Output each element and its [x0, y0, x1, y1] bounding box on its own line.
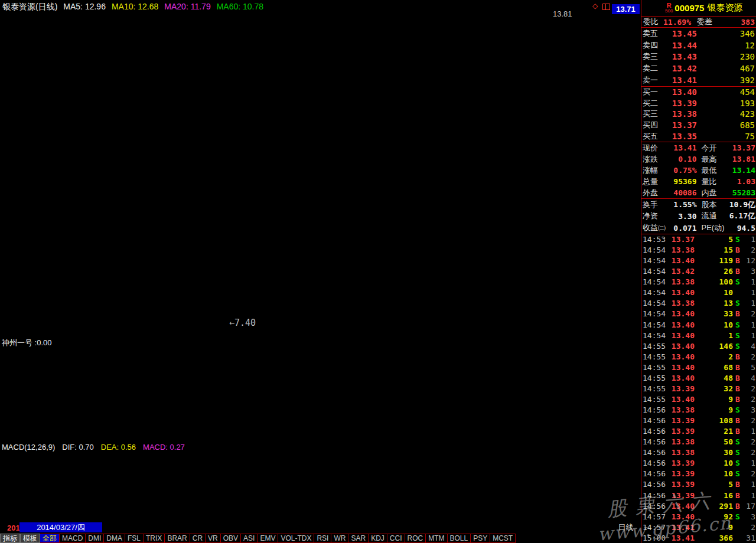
- weibi-value: 11.69%: [663, 18, 691, 27]
- tick-volume: 92: [695, 512, 733, 521]
- stat-value: 95369: [658, 177, 697, 186]
- bid-level-row[interactable]: 买五13.3575: [641, 130, 756, 142]
- tab-brar[interactable]: BRAR: [165, 534, 190, 543]
- tab-mcst[interactable]: MCST: [490, 534, 516, 543]
- tick-count: 5: [742, 363, 755, 372]
- tick-flag: B: [733, 427, 742, 436]
- tick-time: 14:54: [643, 267, 666, 276]
- tab-cci[interactable]: CCI: [387, 534, 405, 543]
- tick-price: 13.40: [666, 256, 695, 265]
- stat-label: 总量: [643, 176, 658, 187]
- tab-dma[interactable]: DMA: [104, 534, 125, 543]
- tab-vr[interactable]: VR: [206, 534, 221, 543]
- tick-price: 13.42: [666, 267, 695, 276]
- tick-time: 14:56: [643, 416, 666, 425]
- tick-price: 13.41: [666, 534, 695, 542]
- stat-row: 换手1.55%股本10.9亿: [641, 199, 756, 210]
- period-selector[interactable]: 日线: [612, 522, 640, 532]
- tick-time: 14:55: [643, 363, 666, 372]
- weibi-label: 委比: [643, 17, 659, 27]
- tick-volume: 5: [695, 480, 733, 489]
- tick-time: 14:56: [643, 448, 666, 457]
- tick-count: 1: [742, 480, 755, 489]
- tab-cr[interactable]: CR: [190, 534, 206, 543]
- stat-label: 流通: [702, 211, 717, 221]
- tab-wr[interactable]: WR: [331, 534, 348, 543]
- tick-volume: 100: [695, 277, 733, 286]
- tick-flag: B: [733, 491, 742, 500]
- tab-trix[interactable]: TRIX: [144, 534, 165, 543]
- chart-canvas[interactable]: [0, 0, 641, 543]
- tick-volume: 33: [695, 309, 733, 318]
- tab-psy[interactable]: PSY: [471, 534, 490, 543]
- ask-level-row[interactable]: 卖二13.42467: [641, 63, 756, 74]
- tick-flag: B: [733, 395, 742, 404]
- tick-row: 14:5613.389S3: [641, 405, 756, 415]
- tick-price: 13.38: [666, 277, 695, 286]
- tab-all[interactable]: 全部: [40, 534, 60, 543]
- stat-value: 94.5: [725, 224, 756, 233]
- tick-count: 1: [742, 299, 755, 308]
- tab-obv[interactable]: OBV: [221, 534, 241, 543]
- tick-count: 31: [742, 534, 755, 542]
- tab-mtm[interactable]: MTM: [426, 534, 447, 543]
- ask-level-row[interactable]: 卖一13.41392: [641, 75, 756, 86]
- tick-count: 1: [742, 320, 755, 329]
- tick-price: 13.39: [666, 459, 695, 467]
- tick-flag: S: [733, 512, 742, 521]
- tab-indicator[interactable]: 指标: [0, 534, 20, 543]
- tick-flag: B: [733, 416, 742, 425]
- stat-row: 总量95369量比1.03: [641, 176, 756, 187]
- level-volume: 346: [697, 29, 755, 38]
- level-label: 卖四: [643, 40, 660, 51]
- diamond-icon[interactable]: ◇: [592, 2, 598, 10]
- stat-label: 量比: [702, 176, 717, 187]
- bid-level-row[interactable]: 买一13.40454: [641, 87, 756, 98]
- ask-level-row[interactable]: 卖三13.43230: [641, 51, 756, 63]
- tick-volume: 10: [695, 469, 733, 478]
- tab-template[interactable]: 模板: [20, 534, 40, 543]
- tick-time: 14:56: [643, 405, 666, 414]
- tick-row: 14:5513.409B2: [641, 394, 756, 404]
- tick-volume: 15: [695, 246, 733, 254]
- bid-level-row[interactable]: 买二13.39193: [641, 98, 756, 109]
- tab-rsi[interactable]: RSI: [314, 534, 331, 543]
- tick-price: 13.40: [666, 352, 695, 361]
- tick-time: 14:56: [643, 437, 666, 446]
- level-price: 13.41: [660, 76, 697, 85]
- stock-code: 000975: [674, 3, 704, 13]
- tick-flag: S: [733, 331, 742, 340]
- level-label: 卖五: [643, 28, 660, 39]
- stat-row: 外盘40086内盘55283: [641, 187, 756, 198]
- stat-label: PE(动): [702, 223, 725, 233]
- tick-row: 14:5513.40146S4: [641, 341, 756, 351]
- tick-count: 2: [742, 395, 755, 404]
- tick-volume: 119: [695, 256, 733, 265]
- tick-row: 14:5613.3910S1: [641, 458, 756, 468]
- ask-level-row[interactable]: 卖五13.45346: [641, 28, 756, 39]
- tick-trade-list[interactable]: 14:5313.375S114:5413.3815B214:5413.40119…: [641, 234, 756, 543]
- split-window-icon[interactable]: [602, 4, 610, 10]
- tab-boll[interactable]: BOLL: [448, 534, 471, 543]
- tab-roc[interactable]: ROC: [405, 534, 426, 543]
- ma5-label: MA5: 12.96: [63, 2, 106, 11]
- tab-vol-tdx[interactable]: VOL-TDX: [278, 534, 314, 543]
- tab-sar[interactable]: SAR: [348, 534, 369, 543]
- tab-emv[interactable]: EMV: [258, 534, 278, 543]
- tick-price: 13.39: [666, 491, 695, 500]
- level-price: 13.44: [660, 41, 697, 50]
- level-volume: 685: [697, 120, 755, 130]
- ask-level-row[interactable]: 卖四13.4412: [641, 40, 756, 51]
- tab-macd[interactable]: MACD: [60, 534, 86, 543]
- tick-row: 14:5513.402B2: [641, 352, 756, 362]
- tick-row: 14:5613.3921B1: [641, 426, 756, 436]
- tick-row: 14:5613.395B1: [641, 479, 756, 489]
- tab-fsl[interactable]: FSL: [125, 534, 144, 543]
- tab-asi[interactable]: ASI: [241, 534, 258, 543]
- tab-kdj[interactable]: KDJ: [369, 534, 387, 543]
- bid-level-row[interactable]: 买四13.37685: [641, 120, 756, 131]
- tab-dmi[interactable]: DMI: [86, 534, 104, 543]
- tick-time: 14:56: [643, 480, 666, 489]
- bid-level-row[interactable]: 买三13.38423: [641, 109, 756, 120]
- low-price-annotation: ←7.40: [229, 318, 256, 328]
